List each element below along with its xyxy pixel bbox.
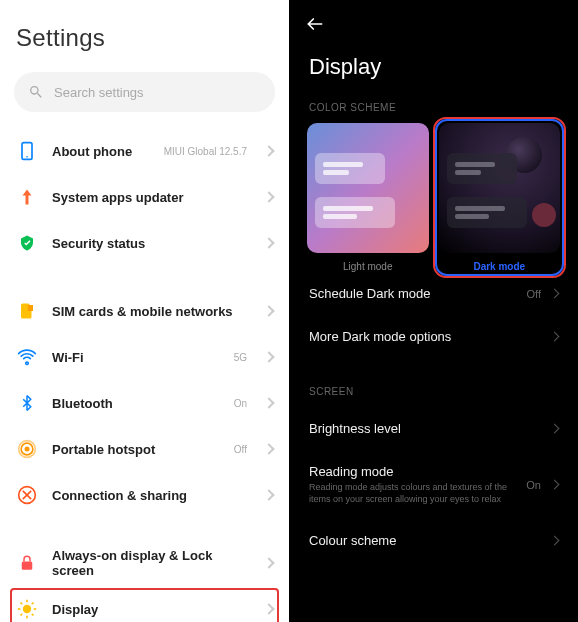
display-icon: [16, 598, 38, 620]
chevron-right-icon: [550, 536, 560, 546]
light-mode-label: Light mode: [343, 261, 392, 272]
display-panel: Display COLOR SCHEME Light mode Dark mod…: [289, 0, 578, 622]
chevron-right-icon: [263, 489, 274, 500]
chevron-right-icon: [263, 305, 274, 316]
item-label: Always-on display & Lock screen: [52, 548, 251, 578]
item-colour-scheme[interactable]: Colour scheme: [289, 519, 578, 562]
hotspot-icon: [16, 438, 38, 460]
section-screen: SCREEN: [289, 374, 578, 407]
settings-group-2: SIM cards & mobile networks Wi-Fi 5G Blu…: [0, 284, 289, 522]
settings-panel: Settings About phone MIUI Global 12.5.7 …: [0, 0, 289, 622]
item-wifi[interactable]: Wi-Fi 5G: [0, 334, 289, 380]
item-label: SIM cards & mobile networks: [52, 304, 251, 319]
light-mode-card[interactable]: Light mode: [307, 123, 429, 272]
chevron-right-icon: [263, 557, 274, 568]
item-display[interactable]: Display: [0, 586, 289, 622]
chevron-right-icon: [263, 145, 274, 156]
light-mode-preview: [307, 123, 429, 253]
svg-line-15: [32, 603, 34, 605]
chevron-right-icon: [263, 397, 274, 408]
item-label: Portable hotspot: [52, 442, 220, 457]
item-label: Schedule Dark mode: [309, 286, 517, 301]
svg-point-3: [25, 447, 30, 452]
item-schedule-dark[interactable]: Schedule Dark mode Off: [289, 272, 578, 315]
chevron-right-icon: [263, 443, 274, 454]
dark-mode-preview: [439, 123, 561, 253]
sim-icon: [16, 300, 38, 322]
chevron-right-icon: [550, 289, 560, 299]
svg-point-1: [26, 156, 28, 158]
item-label: Connection & sharing: [52, 488, 251, 503]
item-label: About phone: [52, 144, 150, 159]
item-label: Reading mode: [309, 464, 516, 479]
settings-group-3: Always-on display & Lock screen Display …: [0, 536, 289, 622]
item-value: On: [234, 398, 247, 409]
svg-rect-2: [28, 305, 33, 311]
chevron-right-icon: [263, 603, 274, 614]
chevron-right-icon: [550, 332, 560, 342]
item-security-status[interactable]: Security status: [0, 220, 289, 266]
search-icon: [28, 84, 44, 100]
svg-point-7: [23, 605, 31, 613]
item-label: Display: [52, 602, 251, 617]
item-bluetooth[interactable]: Bluetooth On: [0, 380, 289, 426]
item-label: More Dark mode options: [309, 329, 541, 344]
item-label: Security status: [52, 236, 251, 251]
item-system-updater[interactable]: System apps updater: [0, 174, 289, 220]
item-value: MIUI Global 12.5.7: [164, 146, 247, 157]
item-aod-lock[interactable]: Always-on display & Lock screen: [0, 540, 289, 586]
settings-group-1: About phone MIUI Global 12.5.7 System ap…: [0, 124, 289, 270]
item-value: 5G: [234, 352, 247, 363]
dark-mode-card[interactable]: Dark mode: [439, 123, 561, 272]
share-icon: [16, 484, 38, 506]
item-sim[interactable]: SIM cards & mobile networks: [0, 288, 289, 334]
display-title: Display: [289, 48, 578, 90]
color-scheme-row: Light mode Dark mode: [289, 123, 578, 272]
bluetooth-icon: [16, 392, 38, 414]
item-about-phone[interactable]: About phone MIUI Global 12.5.7: [0, 128, 289, 174]
search-input[interactable]: [54, 85, 261, 100]
chevron-right-icon: [550, 424, 560, 434]
chevron-right-icon: [263, 191, 274, 202]
wifi-icon: [16, 346, 38, 368]
item-connection-sharing[interactable]: Connection & sharing: [0, 472, 289, 518]
item-brightness[interactable]: Brightness level: [289, 407, 578, 450]
item-label: Colour scheme: [309, 533, 541, 548]
svg-line-13: [32, 614, 34, 616]
svg-line-12: [21, 603, 23, 605]
item-value: Off: [527, 288, 541, 300]
chevron-right-icon: [263, 237, 274, 248]
chevron-right-icon: [263, 351, 274, 362]
shield-icon: [16, 232, 38, 254]
svg-rect-6: [22, 562, 33, 570]
item-label: Bluetooth: [52, 396, 220, 411]
item-sublabel: Reading mode adjusts colours and texture…: [309, 482, 509, 505]
update-icon: [16, 186, 38, 208]
item-label: Wi-Fi: [52, 350, 220, 365]
item-value: Off: [234, 444, 247, 455]
chevron-right-icon: [550, 480, 560, 490]
svg-line-14: [21, 614, 23, 616]
lock-icon: [16, 552, 38, 574]
item-label: System apps updater: [52, 190, 251, 205]
item-value: On: [526, 479, 541, 491]
item-hotspot[interactable]: Portable hotspot Off: [0, 426, 289, 472]
item-more-dark-options[interactable]: More Dark mode options: [289, 315, 578, 358]
back-button[interactable]: [305, 14, 325, 34]
item-label: Brightness level: [309, 421, 541, 436]
item-reading-mode[interactable]: Reading mode Reading mode adjusts colour…: [289, 450, 578, 519]
phone-icon: [16, 140, 38, 162]
search-input-container[interactable]: [14, 72, 275, 112]
settings-title: Settings: [16, 24, 273, 52]
